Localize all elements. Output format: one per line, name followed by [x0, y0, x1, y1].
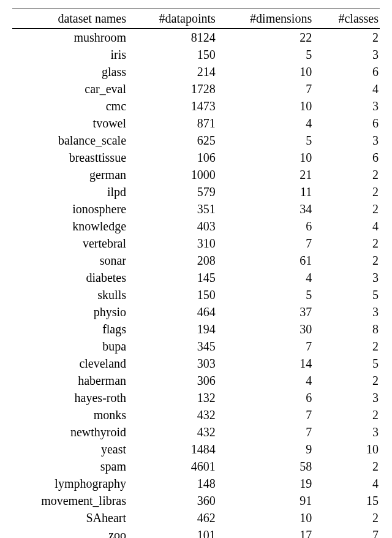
table-row: cleveland303145	[12, 355, 380, 372]
table-header-row: dataset names #datapoints #dimensions #c…	[12, 9, 380, 29]
cell-classes: 2	[318, 509, 380, 526]
cell-name: glass	[12, 63, 132, 80]
cell-name: bupa	[12, 338, 132, 355]
cell-datapoints: 4601	[132, 458, 222, 475]
cell-classes: 2	[318, 338, 380, 355]
table-row: iris15053	[12, 46, 380, 63]
cell-name: breasttissue	[12, 149, 132, 166]
cell-dimensions: 37	[222, 303, 318, 320]
cell-dimensions: 34	[222, 200, 318, 218]
cell-datapoints: 150	[132, 286, 222, 303]
cell-dimensions: 17	[222, 526, 318, 538]
table-row: newthyroid43273	[12, 423, 380, 441]
cell-datapoints: 625	[132, 132, 222, 149]
cell-datapoints: 871	[132, 115, 222, 132]
cell-name: cmc	[12, 97, 132, 115]
cell-dimensions: 6	[222, 218, 318, 235]
table-row: physio464373	[12, 303, 380, 320]
cell-datapoints: 310	[132, 235, 222, 252]
cell-classes: 2	[318, 235, 380, 252]
cell-datapoints: 1728	[132, 80, 222, 97]
cell-classes: 4	[318, 80, 380, 97]
col-header-classes: #classes	[318, 9, 380, 29]
cell-classes: 15	[318, 492, 380, 509]
cell-classes: 2	[318, 200, 380, 218]
cell-datapoints: 194	[132, 320, 222, 338]
table-row: mushroom8124222	[12, 29, 380, 47]
cell-classes: 2	[318, 252, 380, 269]
cell-dimensions: 9	[222, 441, 318, 458]
cell-name: movement_libras	[12, 492, 132, 509]
cell-datapoints: 1473	[132, 97, 222, 115]
table-row: bupa34572	[12, 338, 380, 355]
cell-classes: 6	[318, 115, 380, 132]
cell-dimensions: 14	[222, 355, 318, 372]
cell-datapoints: 8124	[132, 29, 222, 47]
table-row: ionosphere351342	[12, 200, 380, 218]
cell-dimensions: 11	[222, 183, 318, 200]
cell-datapoints: 360	[132, 492, 222, 509]
table-row: haberman30642	[12, 372, 380, 389]
cell-name: skulls	[12, 286, 132, 303]
cell-classes: 4	[318, 218, 380, 235]
cell-name: newthyroid	[12, 423, 132, 441]
cell-classes: 2	[318, 372, 380, 389]
cell-datapoints: 101	[132, 526, 222, 538]
cell-dimensions: 5	[222, 46, 318, 63]
table-row: lymphography148194	[12, 475, 380, 492]
cell-name: ilpd	[12, 183, 132, 200]
cell-dimensions: 10	[222, 149, 318, 166]
table-row: monks43272	[12, 406, 380, 423]
table-row: ilpd579112	[12, 183, 380, 200]
table-row: german1000212	[12, 166, 380, 183]
cell-classes: 3	[318, 46, 380, 63]
cell-dimensions: 30	[222, 320, 318, 338]
cell-datapoints: 403	[132, 218, 222, 235]
cell-name: car_eval	[12, 80, 132, 97]
cell-datapoints: 579	[132, 183, 222, 200]
cell-classes: 10	[318, 441, 380, 458]
col-header-datapoints: #datapoints	[132, 9, 222, 29]
cell-datapoints: 150	[132, 46, 222, 63]
cell-name: spam	[12, 458, 132, 475]
table-row: vertebral31072	[12, 235, 380, 252]
table-row: breasttissue106106	[12, 149, 380, 166]
cell-classes: 5	[318, 286, 380, 303]
cell-datapoints: 208	[132, 252, 222, 269]
cell-name: cleveland	[12, 355, 132, 372]
cell-datapoints: 351	[132, 200, 222, 218]
cell-dimensions: 22	[222, 29, 318, 47]
cell-classes: 3	[318, 389, 380, 406]
cell-classes: 6	[318, 63, 380, 80]
cell-name: tvowel	[12, 115, 132, 132]
cell-dimensions: 10	[222, 97, 318, 115]
table-row: skulls15055	[12, 286, 380, 303]
table-row: knowledge40364	[12, 218, 380, 235]
cell-dimensions: 4	[222, 372, 318, 389]
cell-name: physio	[12, 303, 132, 320]
cell-classes: 6	[318, 149, 380, 166]
cell-classes: 5	[318, 355, 380, 372]
cell-dimensions: 7	[222, 80, 318, 97]
cell-dimensions: 10	[222, 63, 318, 80]
cell-name: zoo	[12, 526, 132, 538]
cell-name: balance_scale	[12, 132, 132, 149]
cell-dimensions: 58	[222, 458, 318, 475]
table-row: SAheart462102	[12, 509, 380, 526]
cell-name: vertebral	[12, 235, 132, 252]
cell-classes: 8	[318, 320, 380, 338]
cell-classes: 2	[318, 406, 380, 423]
cell-name: SAheart	[12, 509, 132, 526]
cell-dimensions: 4	[222, 269, 318, 286]
cell-datapoints: 303	[132, 355, 222, 372]
cell-dimensions: 7	[222, 338, 318, 355]
table-row: tvowel87146	[12, 115, 380, 132]
col-header-name: dataset names	[12, 9, 132, 29]
table-row: zoo101177	[12, 526, 380, 538]
cell-datapoints: 462	[132, 509, 222, 526]
cell-name: haberman	[12, 372, 132, 389]
cell-name: knowledge	[12, 218, 132, 235]
cell-classes: 2	[318, 166, 380, 183]
cell-classes: 3	[318, 269, 380, 286]
cell-datapoints: 214	[132, 63, 222, 80]
